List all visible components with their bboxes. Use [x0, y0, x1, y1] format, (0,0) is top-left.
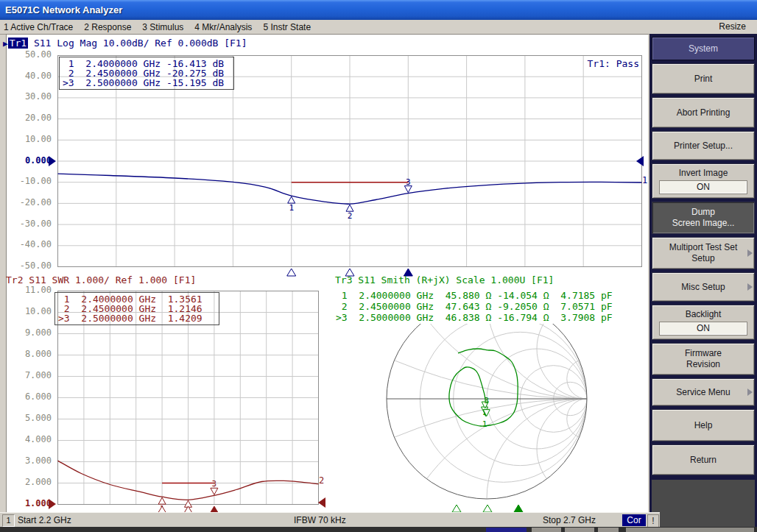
softkey-label: Return — [690, 455, 716, 466]
y-axis-label: 10.00 — [12, 306, 52, 316]
start-frequency: Start 2.2 GHz — [18, 515, 71, 525]
submenu-arrow-icon — [747, 283, 753, 291]
menu-item-4[interactable]: 4 Mkr/Analysis — [194, 22, 252, 32]
tr2-header-text: Tr2 S11 SWR 1.000/ Ref 1.000 [F1] — [6, 274, 196, 285]
marker-row: >3 2.5000000 GHz 46.838 Ω -16.794 Ω 3.79… — [336, 312, 613, 323]
softkey-menu: System PrintAbort PrintingPrinter Setup.… — [649, 34, 757, 527]
taskbar-button[interactable] — [565, 528, 594, 532]
softkey-backlight-toggle[interactable]: ON — [659, 322, 747, 336]
ifbw-value: IFBW 70 kHz — [294, 515, 346, 525]
menu-item-5[interactable]: 5 Instr State — [263, 22, 311, 32]
y-axis-label: 4.000 — [12, 434, 52, 444]
softkey-label: Dump — [691, 207, 715, 218]
tr1-trace-number: 1 — [642, 175, 647, 185]
menu-item-2[interactable]: 2 Response — [84, 22, 131, 32]
taskbar-button[interactable] — [598, 528, 619, 532]
tr2-marker-table: 1 2.4000000 GHz 1.3561 2 2.4500000 GHz 1… — [54, 292, 219, 325]
y-axis-label: 7.000 — [12, 370, 52, 380]
tr1-label: Tr1 — [8, 38, 28, 49]
y-axis-label: 5.000 — [12, 413, 52, 423]
tr1-header-text: S11 Log Mag 10.00dB/ Ref 0.000dB [F1] — [28, 38, 247, 49]
softkey-misc-setup[interactable]: Misc Setup — [652, 272, 755, 302]
softkey-label: Revision — [686, 359, 720, 370]
submenu-arrow-icon — [747, 249, 753, 257]
submenu-arrow-icon — [747, 389, 753, 396]
softkey-print[interactable]: Print — [652, 63, 755, 94]
status-bar: 1 Start 2.2 GHz IFBW 70 kHz Stop 2.7 GHz… — [0, 512, 660, 528]
marker-row: >3 2.5000000 GHz -15.195 dB — [63, 78, 230, 88]
menu-item-1[interactable]: 1 Active Ch/Trace — [4, 22, 73, 32]
y-axis-label: 40.00 — [12, 71, 52, 81]
tr1-ref-arrow-right-icon — [636, 156, 644, 166]
menu-item-3[interactable]: 3 Stimulus — [142, 22, 183, 32]
y-axis-label: 9.000 — [12, 327, 52, 338]
softkey-invert-image[interactable]: Invert ImageON — [652, 163, 755, 199]
softkey-backlight[interactable]: BacklightON — [652, 305, 755, 340]
softkey-header-system[interactable]: System — [652, 37, 755, 60]
softkey-label: Setup — [691, 253, 714, 264]
taskbar — [0, 527, 757, 532]
y-axis-label: 1.000 — [12, 498, 52, 508]
y-axis-label: 20.00 — [12, 113, 52, 123]
softkey-abort-printing[interactable]: Abort Printing — [652, 97, 755, 128]
y-axis-label: -10.00 — [12, 176, 52, 186]
taskbar-button-active[interactable] — [486, 528, 527, 532]
taskbar-clock — [626, 528, 754, 532]
menubar: 1 Active Ch/Trace2 Response3 Stimulus4 M… — [0, 20, 757, 35]
marker-row: 1 2.4000000 GHz 45.880 Ω -14.054 Ω 4.718… — [336, 290, 613, 301]
tr2-ref-arrow-right-icon — [318, 497, 325, 508]
softkey-label: Help — [694, 420, 713, 431]
tr3-header[interactable]: Tr3 S11 Smith (R+jX) Scale 1.000U [F1] — [335, 274, 554, 285]
y-axis-label: 6.000 — [12, 391, 52, 402]
y-axis-label: 11.00 — [12, 285, 52, 295]
softkey-footer — [652, 480, 755, 527]
softkey-return[interactable]: Return — [652, 444, 755, 475]
softkey-label: Backlight — [686, 309, 722, 320]
taskbar-button[interactable] — [532, 528, 561, 532]
softkey-label: Printer Setup... — [674, 141, 733, 152]
softkey-label: Firmware — [685, 348, 722, 359]
y-axis-label: 30.00 — [12, 91, 52, 102]
tr2-header[interactable]: Tr2 S11 SWR 1.000/ Ref 1.000 [F1] — [6, 274, 196, 285]
tr1-header[interactable]: ▶Tr1 S11 Log Mag 10.00dB/ Ref 0.000dB [F… — [3, 38, 247, 49]
y-axis-label: -50.00 — [12, 260, 52, 271]
y-axis-label: -30.00 — [12, 219, 52, 229]
channel-indicator: 1 — [2, 514, 15, 527]
softkey-firmware[interactable]: FirmwareRevision — [652, 343, 755, 375]
softkey-printer-setup[interactable]: Printer Setup... — [652, 131, 755, 160]
tr1-marker-table: 1 2.4000000 GHz -16.413 dB 2 2.4500000 G… — [59, 57, 234, 90]
softkey-label: Screen Image... — [672, 218, 735, 229]
marker-row: >3 2.5000000 GHz 1.4209 — [58, 313, 216, 323]
active-trace-arrow-icon: ▶ — [3, 39, 8, 49]
softkey-multiport-test-set[interactable]: Multiport Test SetSetup — [652, 237, 755, 269]
softkey-label: Invert Image — [679, 168, 728, 179]
menubar-items: 1 Active Ch/Trace2 Response3 Stimulus4 M… — [4, 20, 311, 34]
softkey-label: Service Menu — [676, 387, 730, 398]
softkey-dump[interactable]: DumpScreen Image... — [652, 202, 755, 234]
svg-text:3: 3 — [484, 396, 489, 405]
y-axis-label: 10.00 — [12, 134, 52, 144]
stop-frequency: Stop 2.7 GHz — [543, 515, 596, 525]
tr3-marker-table: 1 2.4000000 GHz 45.880 Ω -14.054 Ω 4.718… — [336, 290, 613, 323]
menu-item-resize[interactable]: Resize — [719, 21, 746, 32]
softkey-label: Print — [694, 74, 713, 85]
titlebar: E5071C Network Analyzer — [0, 0, 757, 20]
y-axis-label: 3.000 — [12, 455, 52, 466]
app-window: E5071C Network Analyzer 1 Active Ch/Trac… — [0, 0, 757, 532]
softkey-label: Multiport Test Set — [669, 242, 737, 253]
softkey-label: Abort Printing — [677, 107, 730, 118]
svg-text:2: 2 — [348, 211, 353, 221]
y-axis-label: 0.000 — [12, 155, 52, 166]
alert-badge: ! — [647, 514, 659, 528]
softkey-invert-image-toggle[interactable]: ON — [659, 180, 747, 194]
y-axis-label: 50.00 — [12, 49, 52, 60]
svg-text:3: 3 — [212, 479, 217, 489]
y-axis-label: 8.000 — [12, 349, 52, 359]
softkey-help[interactable]: Help — [652, 409, 755, 441]
softkey-service-menu[interactable]: Service Menu — [652, 378, 755, 406]
window-title: E5071C Network Analyzer — [5, 4, 122, 15]
y-axis-label: 2.000 — [12, 477, 52, 487]
tr3-smith-chart[interactable]: 123 — [333, 324, 642, 514]
marker-row: 2 2.4500000 GHz 47.643 Ω -9.2050 Ω 7.057… — [336, 301, 613, 312]
svg-text:3: 3 — [406, 177, 411, 187]
